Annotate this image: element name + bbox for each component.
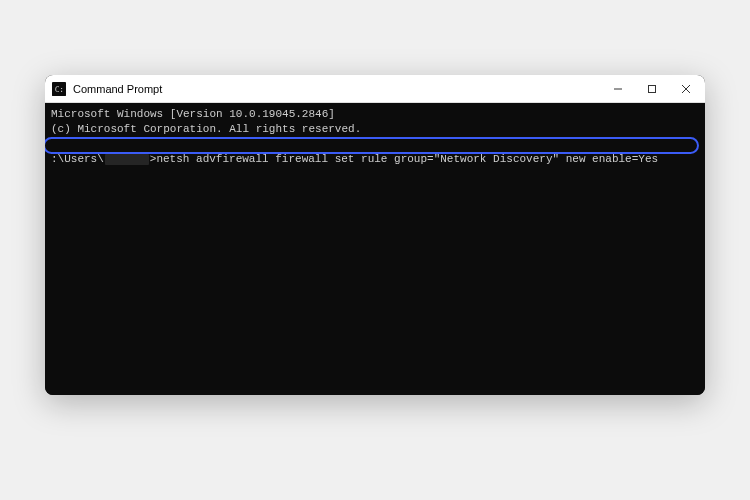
window-title: Command Prompt: [73, 83, 601, 95]
close-button[interactable]: [669, 75, 703, 103]
copyright-line: (c) Microsoft Corporation. All rights re…: [51, 122, 699, 137]
svg-rect-3: [649, 85, 656, 92]
redacted-username: [105, 154, 149, 165]
command-prompt-icon: C:: [51, 81, 67, 97]
maximize-button[interactable]: [635, 75, 669, 103]
command-line: :\Users\>netsh advfirewall firewall set …: [51, 152, 699, 167]
titlebar-controls: [601, 75, 703, 103]
command-prompt-window: C: Command Prompt Microsoft Windows [Ver…: [45, 75, 705, 395]
titlebar[interactable]: C: Command Prompt: [45, 75, 705, 103]
svg-text:C:: C:: [55, 84, 64, 93]
prompt-suffix: >: [150, 152, 157, 167]
terminal-area[interactable]: Microsoft Windows [Version 10.0.19045.28…: [45, 103, 705, 395]
prompt-prefix: :\Users\: [51, 152, 104, 167]
minimize-button[interactable]: [601, 75, 635, 103]
blank-line: [51, 137, 699, 152]
version-line: Microsoft Windows [Version 10.0.19045.28…: [51, 107, 699, 122]
command-text: netsh advfirewall firewall set rule grou…: [156, 152, 658, 167]
